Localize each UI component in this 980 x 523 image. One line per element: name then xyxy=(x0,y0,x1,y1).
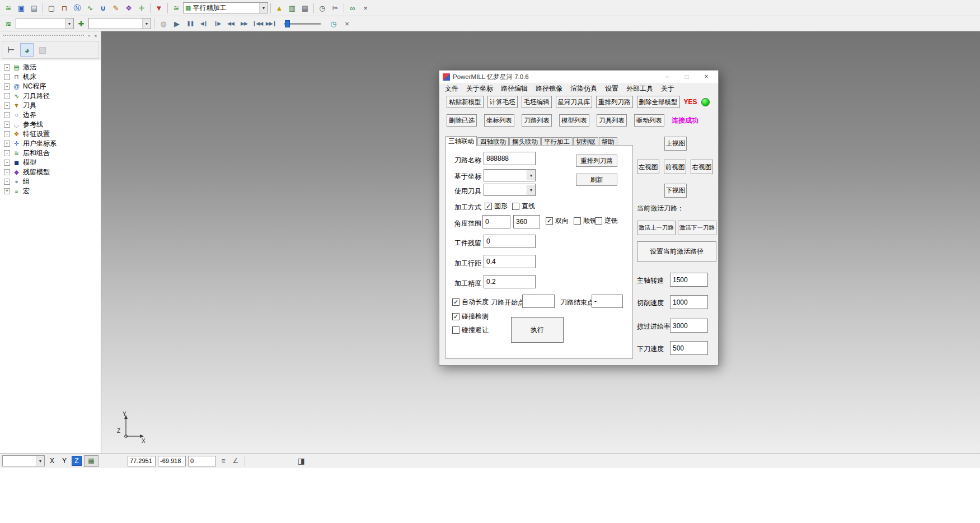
stock-remain-input[interactable] xyxy=(484,235,536,248)
menu-path-mirror[interactable]: 路径镜像 xyxy=(532,83,566,94)
strategy-dropdown[interactable]: ▦ 平行精加工 ▾ xyxy=(183,2,268,13)
mode-circle-checkbox[interactable]: ✓ 圆形 xyxy=(485,202,508,211)
tree-item-stock-model[interactable]: -◆残留模型 xyxy=(0,167,101,177)
save-icon[interactable]: ▣ xyxy=(15,2,27,14)
delete-all-models-button[interactable]: 删除全部模型 xyxy=(637,96,680,108)
collision-check-checkbox[interactable]: ✓ 碰撞检测 xyxy=(452,312,489,321)
tool-select[interactable]: ▾ xyxy=(484,184,536,196)
expander-icon[interactable]: + xyxy=(4,188,10,194)
menu-about[interactable]: 关于 xyxy=(657,83,678,94)
expander-icon[interactable]: - xyxy=(4,150,10,156)
view-left-button[interactable]: 左视图 xyxy=(637,160,659,174)
view-bottom-button[interactable]: 下视图 xyxy=(664,184,687,198)
split-view-icon[interactable]: ◨ xyxy=(296,456,306,466)
minimize-button[interactable]: – xyxy=(659,72,676,82)
set-active-path-button[interactable]: 设置当前激活路径 xyxy=(637,241,716,262)
coord-y-input[interactable] xyxy=(158,456,186,466)
machine-tool-icon[interactable]: ⊓ xyxy=(58,2,71,14)
play-icon[interactable]: ▶ xyxy=(171,17,183,30)
expander-icon[interactable]: - xyxy=(4,74,10,80)
edit-block-button[interactable]: 毛坯编辑 xyxy=(522,96,552,108)
view-right-button[interactable]: 右视图 xyxy=(691,160,713,174)
menu-path-edit[interactable]: 路径编辑 xyxy=(497,83,532,94)
delete-selected-button[interactable]: 删除已选 xyxy=(447,114,477,127)
spindle-speed-input[interactable] xyxy=(670,273,708,287)
auto-length-checkbox[interactable]: ✓ 自动长度 xyxy=(452,297,489,307)
tree-item-boundary[interactable]: -○边界 xyxy=(0,110,101,120)
coord-list-icon[interactable]: ≡ xyxy=(218,456,228,466)
workplane-list-button[interactable]: 坐标列表 xyxy=(484,114,514,127)
menu-settings[interactable]: 设置 xyxy=(601,83,622,94)
plane-icon[interactable]: ∠ xyxy=(231,456,241,466)
dialog-titlebar[interactable]: PowerMILL 忆梦星河 7.0.6 – □ × xyxy=(439,71,718,83)
sim-toolpath-dropdown[interactable]: ▾ xyxy=(88,18,151,29)
slider-handle[interactable] xyxy=(285,20,290,27)
maximize-button[interactable]: □ xyxy=(678,72,695,82)
pattern-icon[interactable]: ✎ xyxy=(110,2,122,14)
statistics-icon[interactable]: ▥ xyxy=(286,2,298,14)
grid-snap-button[interactable]: ▦ xyxy=(84,455,99,467)
climb-mill-checkbox[interactable]: 顺铣 xyxy=(574,216,597,226)
toolpath-name-input[interactable] xyxy=(484,152,536,165)
tree-item-workplane[interactable]: +✛用户坐标系 xyxy=(0,139,101,148)
tree-item-macro[interactable]: +≡宏 xyxy=(0,186,101,196)
block-icon[interactable]: ▢ xyxy=(45,2,58,14)
rewind-icon[interactable]: ◀◀ xyxy=(224,17,237,30)
panel-grip[interactable] xyxy=(3,35,84,37)
panel-close-icon[interactable]: × xyxy=(92,32,99,39)
toolpath-list-button[interactable]: 刀路列表 xyxy=(522,114,552,127)
sim-clock-icon[interactable]: ◷ xyxy=(327,17,340,30)
workplane-select[interactable]: ▾ xyxy=(484,169,536,181)
tree-item-tool[interactable]: -▼刀具 xyxy=(0,101,101,110)
view-front-button[interactable]: 前视图 xyxy=(664,160,686,174)
expander-icon[interactable]: - xyxy=(4,112,10,118)
axis-y-button[interactable]: Y xyxy=(59,456,69,466)
expander-icon[interactable]: - xyxy=(4,102,10,109)
simulation-speed-slider[interactable] xyxy=(284,23,321,25)
panel-pin-icon[interactable]: ▫ xyxy=(86,32,92,39)
conventional-mill-checkbox[interactable]: 逆铣 xyxy=(595,216,618,226)
attach-tool-icon[interactable]: ✚ xyxy=(75,17,87,30)
menu-render-sim[interactable]: 渲染仿真 xyxy=(566,83,601,94)
bidirectional-checkbox[interactable]: ✓ 双向 xyxy=(546,216,569,226)
tree-item-levels[interactable]: -≋层和组合 xyxy=(0,148,101,158)
tree-item-feature-set[interactable]: -❖特征设置 xyxy=(0,129,101,139)
boundary-icon[interactable]: ∪ xyxy=(97,2,109,14)
activate-prev-button[interactable]: 激活上一刀路 xyxy=(637,221,676,235)
fast-forward-icon[interactable]: ▶▶ xyxy=(238,17,250,30)
rearrange-toolpath-button[interactable]: 重排列刀路 xyxy=(596,96,633,108)
execute-button[interactable]: 执行 xyxy=(511,317,564,343)
angle-end-input[interactable] xyxy=(513,215,540,228)
nc-program-dropdown[interactable]: ▾ xyxy=(16,18,74,29)
axis-x-button[interactable]: X xyxy=(47,456,57,466)
view-icon[interactable]: ∞ xyxy=(346,2,359,14)
tree-item-model[interactable]: -◼模型 xyxy=(0,158,101,167)
rearrange-button[interactable]: 重排列刀路 xyxy=(576,155,617,167)
paste-model-button[interactable]: 粘贴新模型 xyxy=(447,96,484,108)
expander-icon[interactable]: - xyxy=(4,83,10,90)
tree-item-group[interactable]: -●组 xyxy=(0,177,101,186)
strategy-panel-icon[interactable]: ≋ xyxy=(170,2,182,14)
view-top-button[interactable]: 上视图 xyxy=(664,137,687,151)
tool-icon[interactable]: ▼ xyxy=(153,2,165,14)
tool-list-button[interactable]: 刀具列表 xyxy=(597,114,627,127)
toolpath-icon[interactable]: ∿ xyxy=(84,2,96,14)
menu-file[interactable]: 文件 xyxy=(441,83,462,94)
cut-time-icon[interactable]: ✂ xyxy=(329,2,341,14)
expander-icon[interactable]: - xyxy=(4,131,10,137)
toolpaths-panel-icon[interactable]: ≋ xyxy=(2,2,15,14)
go-to-end-icon[interactable]: ▶▶❙ xyxy=(265,17,277,30)
tree-item-activate[interactable]: -▤激活 xyxy=(0,63,101,72)
skim-rate-input[interactable] xyxy=(670,319,708,333)
print-icon[interactable]: ▤ xyxy=(28,2,40,14)
tab-3axis[interactable]: 三轴联动 xyxy=(446,136,477,146)
tool-library-button[interactable]: 星河刀具库 xyxy=(556,96,593,108)
expander-icon[interactable]: - xyxy=(4,169,10,175)
tree-item-toolpath[interactable]: -∿刀具路径 xyxy=(0,91,101,101)
workplane-icon[interactable]: ✛ xyxy=(135,2,148,14)
pause-icon[interactable]: ❚❚ xyxy=(184,17,196,30)
globe-icon[interactable]: ◕ xyxy=(20,43,34,57)
expander-icon[interactable]: - xyxy=(4,179,10,185)
verify-icon[interactable]: ▲ xyxy=(273,2,285,14)
step-forward-icon[interactable]: ❙▶ xyxy=(211,17,223,30)
